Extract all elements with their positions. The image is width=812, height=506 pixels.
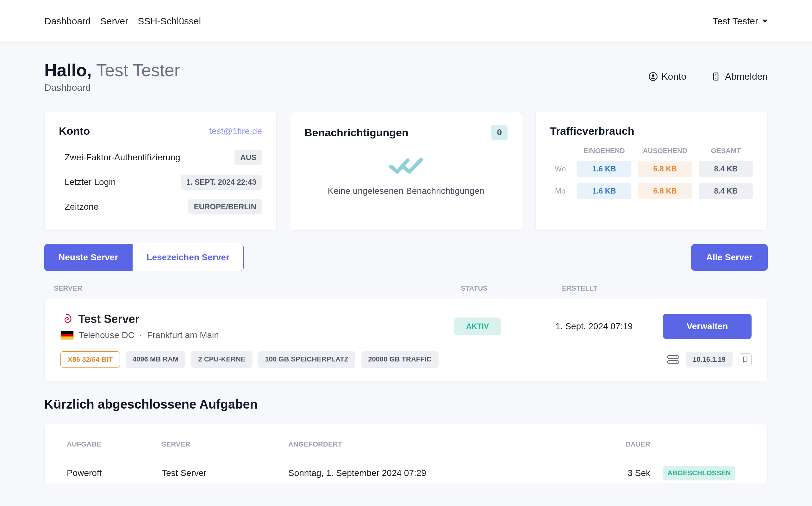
svg-point-5 <box>676 356 677 358</box>
last-login-label: Letzter Login <box>59 177 116 187</box>
cards-row: Konto test@1fire.de Zwei-Faktor-Authenti… <box>44 112 768 231</box>
server-name: Test Server <box>78 313 139 326</box>
caret-down-icon <box>762 20 768 23</box>
timezone-badge: EUROPE/BERLIN <box>188 199 262 215</box>
page-header: Hallo, Test Tester Dashboard Konto Abmel… <box>44 60 768 93</box>
timezone-label: Zeitzone <box>59 202 98 212</box>
user-menu[interactable]: Test Tester <box>712 16 768 26</box>
tasks-col-duration: DAUER <box>600 440 663 448</box>
svg-point-1 <box>652 74 654 77</box>
manage-server-button[interactable]: Verwalten <box>663 314 751 339</box>
chip-disk: 100 GB SPEICHERPLATZ <box>258 351 356 368</box>
all-servers-button[interactable]: Alle Server <box>691 244 768 271</box>
traffic-title: Trafficverbrauch <box>550 125 634 137</box>
traffic-out-value: 6.8 KB <box>638 183 692 199</box>
traffic-head-in: EINGEHEND <box>577 147 631 155</box>
tasks-col-requested: ANGEFORDERT <box>288 440 600 448</box>
col-server: SERVER <box>54 284 461 292</box>
chip-ram: 4096 MB RAM <box>126 351 186 368</box>
flag-de-icon <box>61 331 74 340</box>
server-tab-row: Neuste Server Lesezeichen Server Alle Se… <box>44 244 768 271</box>
server-tabs: Neuste Server Lesezeichen Server <box>44 244 244 271</box>
tasks-col-server: SERVER <box>162 440 288 448</box>
account-email-link[interactable]: test@1fire.de <box>209 126 262 136</box>
server-list-header: SERVER STATUS ERSTELLT <box>44 278 768 299</box>
greeting-pre: Hallo, <box>44 60 92 80</box>
account-link-label: Konto <box>662 71 686 82</box>
server-status-badge: AKTIV <box>454 318 501 335</box>
debian-icon <box>61 313 72 325</box>
tab-bookmarked-servers[interactable]: Lesezeichen Server <box>132 244 244 271</box>
notifications-empty-text: Keine ungelesenen Benachrichtigungen <box>327 186 484 196</box>
navbar: Dashboard Server SSH-Schlüssel Test Test… <box>0 0 812 43</box>
traffic-in-value: 1.6 KB <box>577 183 631 199</box>
nav-ssh[interactable]: SSH-Schlüssel <box>138 16 201 26</box>
col-status: STATUS <box>461 284 562 292</box>
traffic-head-sum: GESAMT <box>699 147 753 155</box>
server-loc-sep: · <box>140 330 142 340</box>
task-row: Poweroff Test Server Sonntag, 1. Septemb… <box>67 466 745 480</box>
account-link[interactable]: Konto <box>648 71 686 82</box>
server-card: Test Server Telehouse DC · Frankfurt am … <box>44 299 768 382</box>
two-factor-badge: AUS <box>234 150 262 165</box>
traffic-sum-value: 8.4 KB <box>699 183 753 199</box>
traffic-in-value: 1.6 KB <box>577 161 631 177</box>
traffic-period: Mo <box>550 187 571 195</box>
traffic-head-out: AUSGEHEND <box>638 147 692 155</box>
traffic-row-week: Wo 1.6 KB 6.8 KB 8.4 KB <box>550 161 753 177</box>
nav-dashboard[interactable]: Dashboard <box>44 16 91 26</box>
tasks-card: AUFGABE SERVER ANGEFORDERT DAUER Powerof… <box>44 424 768 484</box>
header-actions: Konto Abmelden <box>648 71 768 82</box>
tasks-section-title: Kürzlich abgeschlossene Aufgaben <box>44 397 768 411</box>
nav-left: Dashboard Server SSH-Schlüssel <box>44 16 201 26</box>
two-factor-label: Zwei-Faktor-Authentifizierung <box>59 152 180 163</box>
server-spec-row: X86 32/64 BIT 4096 MB RAM 2 CPU-KERNE 10… <box>61 351 439 368</box>
svg-point-6 <box>676 361 677 363</box>
nav-server[interactable]: Server <box>100 16 128 26</box>
server-dc: Telehouse DC <box>79 330 135 340</box>
traffic-period: Wo <box>550 164 571 173</box>
server-city: Frankfurt am Main <box>147 330 219 340</box>
task-status-badge: ABGESCHLOSSEN <box>663 466 735 480</box>
user-circle-icon <box>648 72 658 81</box>
greeting-name: Test Tester <box>96 60 180 80</box>
server-stack-icon <box>667 354 679 365</box>
server-created: 1. Sept. 2024 07:19 <box>556 321 663 331</box>
notifications-title: Benachrichtigungen <box>304 126 409 139</box>
traffic-out-value: 6.8 KB <box>638 161 692 177</box>
chip-traffic: 20000 GB TRAFFIC <box>361 351 439 368</box>
col-created: ERSTELLT <box>562 284 670 292</box>
traffic-sum-value: 8.4 KB <box>699 161 753 177</box>
account-card-title: Konto <box>59 125 90 137</box>
tab-newest-servers[interactable]: Neuste Server <box>44 244 132 271</box>
notifications-count: 0 <box>491 125 508 140</box>
user-menu-label: Test Tester <box>712 16 758 26</box>
traffic-row-month: Mo 1.6 KB 6.8 KB 8.4 KB <box>550 183 753 199</box>
greeting-block: Hallo, Test Tester Dashboard <box>44 60 180 93</box>
task-name: Poweroff <box>67 468 162 478</box>
task-server: Test Server <box>162 468 288 478</box>
chip-arch: X86 32/64 BIT <box>61 351 120 368</box>
logout-link[interactable]: Abmelden <box>712 71 768 82</box>
logout-icon <box>712 72 721 81</box>
task-duration: 3 Sek <box>600 468 663 478</box>
account-card: Konto test@1fire.de Zwei-Faktor-Authenti… <box>44 112 277 231</box>
chip-cpu: 2 CPU-KERNE <box>191 351 252 368</box>
logout-link-label: Abmelden <box>725 71 768 82</box>
bookmark-icon <box>742 356 749 363</box>
breadcrumb: Dashboard <box>44 82 180 93</box>
notifications-card: Benachrichtigungen 0 Keine ungelesenen B… <box>290 112 522 231</box>
bookmark-button[interactable] <box>739 353 751 366</box>
tasks-col-task: AUFGABE <box>67 440 162 448</box>
traffic-card: Trafficverbrauch EINGEHEND AUSGEHEND GES… <box>535 112 768 231</box>
double-check-icon <box>389 156 423 175</box>
last-login-badge: 1. SEPT. 2024 22:43 <box>181 175 262 190</box>
task-requested: Sonntag, 1. September 2024 07:29 <box>288 468 600 478</box>
chip-ip: 10.16.1.19 <box>686 352 733 367</box>
